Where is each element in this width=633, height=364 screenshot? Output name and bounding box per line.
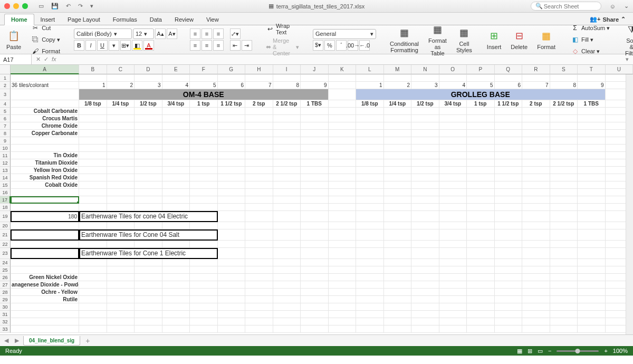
cell[interactable]	[107, 152, 135, 159]
cell[interactable]	[190, 115, 218, 122]
cell[interactable]	[273, 274, 301, 281]
cell[interactable]	[578, 137, 606, 145]
cell[interactable]	[522, 189, 550, 196]
cell[interactable]	[245, 274, 273, 281]
cell[interactable]	[356, 189, 384, 196]
cell[interactable]	[135, 274, 162, 281]
cell[interactable]	[522, 108, 550, 115]
cell[interactable]	[107, 137, 135, 145]
cell[interactable]	[522, 167, 550, 174]
tab-data[interactable]: Data	[143, 14, 168, 25]
cell[interactable]	[384, 289, 412, 296]
cell[interactable]	[439, 248, 467, 259]
cell[interactable]	[301, 167, 329, 174]
cell[interactable]	[107, 74, 135, 82]
cell[interactable]	[135, 204, 162, 211]
row-header[interactable]: 25	[0, 266, 11, 274]
cell[interactable]	[135, 325, 162, 333]
cell[interactable]	[218, 289, 246, 296]
cell[interactable]	[329, 204, 357, 211]
cell[interactable]: 1/4 tsp	[107, 100, 135, 108]
cell[interactable]	[411, 259, 439, 266]
cell[interactable]	[384, 311, 412, 318]
cell[interactable]	[329, 211, 357, 222]
cell[interactable]	[329, 115, 357, 122]
cell[interactable]	[411, 130, 439, 137]
zoom-in-button[interactable]: +	[604, 348, 607, 354]
cell[interactable]	[522, 289, 550, 296]
cell[interactable]	[495, 115, 523, 122]
cell[interactable]	[329, 100, 357, 108]
cell[interactable]	[135, 115, 162, 122]
cell[interactable]	[411, 122, 439, 130]
cell[interactable]	[79, 181, 107, 189]
cell[interactable]	[467, 130, 495, 137]
cell[interactable]	[301, 289, 329, 296]
cell[interactable]	[218, 248, 246, 259]
page-break-view-icon[interactable]: ▭	[538, 348, 543, 355]
cell[interactable]	[411, 167, 439, 174]
cell[interactable]	[495, 122, 523, 130]
cell[interactable]	[301, 318, 329, 325]
row-header[interactable]: 11	[0, 152, 11, 159]
cell[interactable]	[384, 281, 412, 289]
cell[interactable]	[273, 189, 301, 196]
cell[interactable]	[522, 159, 550, 167]
cell[interactable]	[467, 204, 495, 211]
tab-view[interactable]: View	[200, 14, 225, 25]
cell[interactable]: 9	[578, 82, 606, 89]
cell[interactable]	[550, 241, 578, 248]
cell[interactable]	[11, 248, 79, 259]
col-header[interactable]: J	[301, 65, 329, 74]
cell[interactable]	[550, 145, 578, 152]
cell[interactable]	[550, 130, 578, 137]
cell[interactable]	[162, 74, 190, 82]
cell[interactable]	[107, 289, 135, 296]
cell[interactable]	[411, 115, 439, 122]
cell[interactable]	[329, 248, 357, 259]
cell[interactable]	[439, 311, 467, 318]
cell[interactable]	[384, 248, 412, 259]
cell[interactable]: 3/4 tsp	[439, 100, 467, 108]
cell[interactable]	[467, 281, 495, 289]
cell[interactable]	[162, 325, 190, 333]
cell[interactable]	[79, 159, 107, 167]
cell[interactable]	[135, 108, 162, 115]
cell[interactable]	[329, 137, 357, 145]
prev-sheet[interactable]: ◀	[2, 337, 11, 344]
zoom-out-button[interactable]: −	[548, 348, 551, 354]
cell[interactable]	[190, 74, 218, 82]
cell[interactable]: Spanish Red Oxide	[11, 174, 79, 181]
cell[interactable]	[356, 196, 384, 204]
cell[interactable]: 5	[190, 82, 218, 89]
col-header[interactable]: D	[135, 65, 162, 74]
cell[interactable]	[522, 145, 550, 152]
copy-button[interactable]: ⿻Copy ▾	[30, 34, 61, 45]
border-button[interactable]: ⊞▾	[120, 40, 131, 51]
cell[interactable]	[107, 189, 135, 196]
cell[interactable]	[411, 311, 439, 318]
cell[interactable]: 7	[522, 82, 550, 89]
cell[interactable]	[578, 289, 606, 296]
col-header[interactable]: T	[578, 65, 606, 74]
cell[interactable]	[578, 303, 606, 311]
cell[interactable]	[162, 145, 190, 152]
cell[interactable]: 2 tsp	[245, 100, 273, 108]
cell[interactable]	[245, 311, 273, 318]
cell[interactable]	[107, 174, 135, 181]
add-sheet-button[interactable]: +	[82, 337, 93, 345]
cell[interactable]: 9	[301, 82, 329, 89]
cell[interactable]	[135, 281, 162, 289]
cell[interactable]	[329, 196, 357, 204]
cell[interactable]	[135, 167, 162, 174]
cell[interactable]	[550, 281, 578, 289]
cell[interactable]	[218, 204, 246, 211]
cell[interactable]	[329, 222, 357, 229]
cell[interactable]	[329, 281, 357, 289]
cell[interactable]	[467, 174, 495, 181]
cell[interactable]	[467, 189, 495, 196]
page-layout-view-icon[interactable]: ⊞	[528, 348, 532, 355]
bold-button[interactable]: B	[74, 40, 84, 51]
col-header[interactable]: K	[329, 65, 357, 74]
cell[interactable]	[329, 122, 357, 130]
